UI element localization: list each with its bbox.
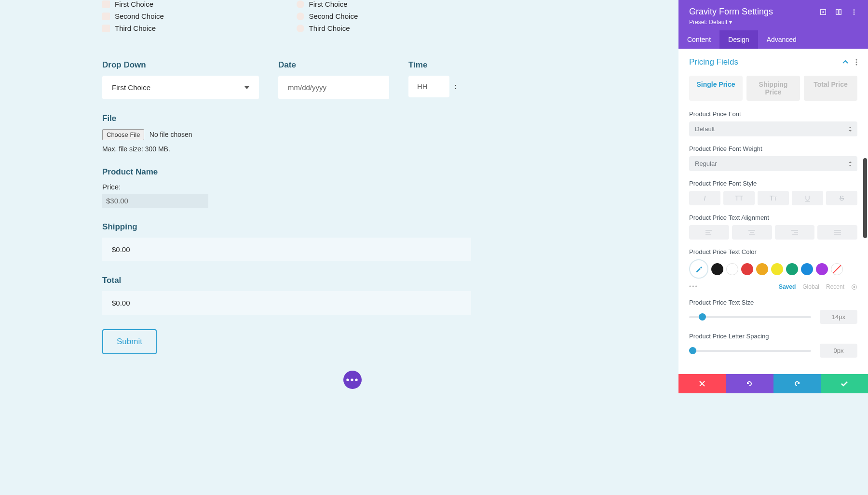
radio-icon[interactable] [297,13,304,20]
date-input[interactable]: mm/dd/yyyy [278,76,389,99]
time-hh-input[interactable]: HH [408,76,449,97]
spacing-slider[interactable] [689,350,811,352]
pill-shipping-price[interactable]: Shipping Price [746,76,800,101]
color-swatch[interactable] [741,263,753,275]
color-picker-button[interactable] [689,259,708,279]
svg-point-6 [854,13,855,15]
size-slider[interactable] [689,316,811,318]
checkbox-group: First Choice Second Choice Third Choice [102,0,277,36]
file-label: File [102,114,471,123]
spacing-label: Product Price Letter Spacing [689,333,857,340]
file-hint: Max. file size: 300 MB. [102,145,471,153]
radio-icon[interactable] [297,25,304,32]
shipping-value: $0.00 [102,238,471,261]
color-swatch[interactable] [801,263,813,275]
align-justify-button[interactable] [817,225,857,240]
size-value[interactable]: 14px [820,310,857,324]
dropdown-value: First Choice [112,83,150,92]
date-label: Date [278,60,389,70]
svg-point-8 [856,62,857,63]
section-title[interactable]: Pricing Fields [689,57,738,67]
strikethrough-button[interactable]: S [826,191,857,205]
more-dots-icon[interactable]: ••• [689,283,698,290]
uppercase-button[interactable]: TT [723,191,755,205]
dropdown-label: Drop Down [102,60,259,70]
more-vertical-icon[interactable] [855,59,857,66]
weight-select[interactable]: Regular [689,156,857,171]
total-label: Total [102,276,471,285]
cancel-button[interactable] [678,374,726,393]
svg-rect-2 [836,10,838,15]
choice-label: First Choice [115,0,153,8]
color-swatch[interactable] [771,263,783,275]
checkbox-icon[interactable] [102,0,110,8]
spacing-value[interactable]: 0px [820,344,857,358]
tab-content[interactable]: Content [678,30,719,49]
font-label: Product Price Font [689,110,857,118]
total-value: $0.00 [102,291,471,315]
color-swatch[interactable] [726,263,738,275]
svg-point-7 [856,59,857,61]
radio-icon[interactable] [297,0,304,8]
choose-file-button[interactable]: Choose File [102,129,144,140]
target-icon[interactable] [820,9,827,15]
pill-total-price[interactable]: Total Price [804,76,857,101]
scrollbar[interactable] [863,158,867,238]
color-swatch[interactable] [786,263,798,275]
choice-label: Second Choice [115,12,164,20]
underline-button[interactable]: U [792,191,823,205]
columns-icon[interactable] [835,9,842,15]
slider-thumb-icon[interactable] [699,313,706,321]
style-label: Product Price Font Style [689,180,857,187]
tab-advanced[interactable]: Advanced [758,30,805,49]
submit-button[interactable]: Submit [102,329,157,354]
color-swatch[interactable] [711,263,723,275]
file-status: No file chosen [149,131,192,138]
panel-preset[interactable]: Preset: Default ▾ [689,19,773,26]
color-none-swatch[interactable] [831,263,843,275]
redo-button[interactable] [773,374,821,393]
size-label: Product Price Text Size [689,299,857,306]
svg-rect-3 [839,10,841,15]
align-right-button[interactable] [775,225,815,240]
color-swatch[interactable] [756,263,768,275]
undo-button[interactable] [726,374,773,393]
svg-point-9 [856,64,857,66]
save-button[interactable] [821,374,868,393]
palette-saved[interactable]: Saved [779,283,796,290]
settings-panel: Gravity Form Settings Preset: Default ▾ … [678,0,868,393]
italic-button[interactable]: I [689,191,720,205]
radio-group: First Choice Second Choice Third Choice [297,0,472,36]
pill-single-price[interactable]: Single Price [689,76,743,101]
align-label: Product Price Text Alignment [689,214,857,221]
align-left-button[interactable] [689,225,729,240]
svg-point-5 [854,12,855,13]
gear-icon[interactable] [851,284,857,290]
checkbox-icon[interactable] [102,25,110,32]
checkbox-icon[interactable] [102,13,110,20]
choice-label: Third Choice [115,24,156,32]
tab-design[interactable]: Design [719,30,758,49]
weight-label: Product Price Font Weight [689,145,857,152]
panel-title: Gravity Form Settings [689,7,773,17]
chevron-up-icon[interactable] [842,59,849,66]
color-swatch[interactable] [816,263,828,275]
dropdown-select[interactable]: First Choice [102,76,259,99]
select-caret-icon [849,161,852,166]
shipping-label: Shipping [102,222,471,232]
select-caret-icon [849,127,852,132]
svg-point-4 [854,9,855,11]
product-name-label: Product Name [102,167,471,177]
fab-more-button[interactable]: ••• [343,371,362,389]
palette-global[interactable]: Global [802,283,819,290]
align-center-button[interactable] [732,225,772,240]
palette-recent[interactable]: Recent [826,283,844,290]
color-label: Product Price Text Color [689,248,857,255]
smallcaps-button[interactable]: TT [758,191,789,205]
price-value: $30.00 [102,194,208,208]
more-vertical-icon[interactable] [851,9,857,15]
time-label: Time [408,60,471,70]
font-select[interactable]: Default [689,121,857,136]
price-label: Price: [102,183,471,191]
slider-thumb-icon[interactable] [689,347,696,354]
